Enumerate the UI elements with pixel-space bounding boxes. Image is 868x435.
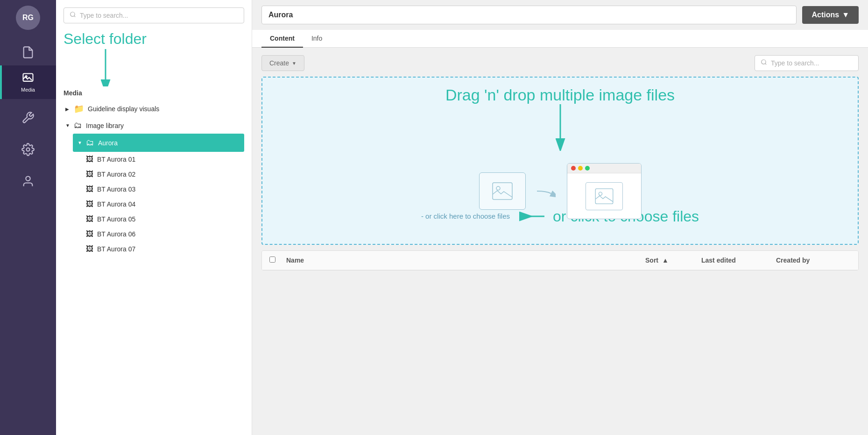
sort-asc-icon: ▲ — [662, 257, 669, 264]
svg-point-1 — [25, 76, 27, 78]
folder-icon: 📁 — [74, 104, 84, 114]
browser-toolbar — [567, 164, 641, 173]
tabs: Content Info — [252, 30, 868, 48]
dot-red — [571, 166, 576, 171]
tree-item-guideline-label: Guideline display visuals — [88, 105, 242, 113]
tree-item-bt-aurora-04-label: BT Aurora 04 — [97, 200, 135, 208]
image-icon-06: 🖼 — [86, 230, 93, 238]
actions-button[interactable]: Actions ▼ — [802, 6, 859, 24]
left-search-box[interactable] — [64, 7, 244, 23]
tree-item-bt-aurora-01-label: BT Aurora 01 — [97, 156, 135, 163]
folder-aurora-icon: 🗂 — [86, 138, 94, 148]
svg-point-7 — [762, 60, 766, 64]
table-header-last-edited: Last edited — [701, 257, 776, 264]
select-folder-label: Select folder — [64, 31, 244, 47]
sidebar-item-document[interactable] — [0, 39, 56, 65]
tree-item-bt-aurora-05[interactable]: 🖼 BT Aurora 05 — [64, 212, 244, 227]
tree-item-aurora-label: Aurora — [98, 139, 241, 147]
sidebar: RG Media — [0, 0, 56, 435]
select-folder-arrow — [92, 49, 120, 86]
svg-point-3 — [26, 177, 30, 181]
tree-item-bt-aurora-01[interactable]: 🖼 BT Aurora 01 — [64, 152, 244, 167]
tree-item-image-library[interactable]: ▼ 🗂 Image library — [64, 117, 244, 134]
tab-info[interactable]: Info — [303, 30, 331, 48]
svg-rect-10 — [493, 183, 512, 200]
image-icon-01: 🖼 — [86, 155, 93, 164]
browser-image-placeholder — [586, 182, 623, 210]
content-search-box[interactable] — [755, 55, 859, 71]
folder-open-icon: 🗂 — [74, 121, 82, 130]
create-chevron-icon: ▼ — [292, 61, 296, 66]
browser-body — [567, 173, 641, 219]
tree-item-bt-aurora-05-label: BT Aurora 05 — [97, 215, 135, 223]
image-icon-05: 🖼 — [86, 215, 93, 223]
chevron-down-icon-aurora: ▼ — [78, 140, 82, 145]
tree-item-bt-aurora-03[interactable]: 🖼 BT Aurora 03 — [64, 182, 244, 197]
actions-chevron-icon: ▼ — [842, 11, 849, 19]
tree-item-guideline[interactable]: ▶ 📁 Guideline display visuals — [64, 100, 244, 117]
tree-item-bt-aurora-03-label: BT Aurora 03 — [97, 185, 135, 193]
sidebar-item-tools[interactable] — [0, 105, 56, 131]
main-content: Actions ▼ Content Info Create ▼ — [252, 0, 868, 435]
chevron-down-icon: ▼ — [65, 123, 70, 128]
tree-item-bt-aurora-07[interactable]: 🖼 BT Aurora 07 — [64, 242, 244, 257]
tab-content[interactable]: Content — [261, 30, 303, 48]
actions-label: Actions — [812, 11, 839, 19]
table-header: Name Sort ▲ Last edited Created by — [262, 251, 858, 270]
table-header-sort[interactable]: Sort ▲ — [645, 257, 701, 264]
image-placeholder-left — [479, 172, 526, 210]
dot-green — [585, 166, 590, 171]
tree-item-bt-aurora-02-label: BT Aurora 02 — [97, 171, 135, 178]
browser-mockup — [567, 163, 642, 219]
content-search-input[interactable] — [771, 59, 853, 67]
svg-point-11 — [496, 186, 500, 190]
table-checkbox-header[interactable] — [269, 257, 286, 264]
image-icon-03: 🖼 — [86, 185, 93, 193]
tree-item-bt-aurora-07-label: BT Aurora 07 — [97, 245, 135, 253]
dot-yellow — [578, 166, 583, 171]
content-toolbar: Create ▼ — [261, 55, 859, 71]
media-label: Media — [64, 89, 244, 97]
svg-point-14 — [599, 192, 602, 195]
svg-point-4 — [71, 12, 75, 16]
tree-item-image-library-label: Image library — [86, 122, 242, 129]
top-bar: Actions ▼ — [252, 0, 868, 30]
table-header-name: Name — [286, 257, 645, 264]
sidebar-item-settings[interactable] — [0, 136, 56, 163]
file-tree: ▶ 📁 Guideline display visuals ▼ 🗂 Image … — [64, 100, 244, 428]
image-icon-02: 🖼 — [86, 170, 93, 178]
tree-item-aurora[interactable]: ▼ 🗂 Aurora — [73, 134, 244, 152]
content-area: Create ▼ Drag 'n' drop multiple image fi… — [252, 48, 868, 435]
tree-item-bt-aurora-06[interactable]: 🖼 BT Aurora 06 — [64, 227, 244, 242]
drag-drop-label: Drag 'n' drop multiple image files — [445, 86, 675, 104]
arrow-right-icon — [537, 184, 556, 198]
drag-arrow-down-icon — [553, 104, 567, 151]
avatar: RG — [16, 6, 40, 30]
create-button[interactable]: Create ▼ — [261, 55, 304, 71]
folder-name-input[interactable] — [261, 6, 797, 24]
image-icon-04: 🖼 — [86, 200, 93, 208]
image-icon-07: 🖼 — [86, 245, 93, 253]
chevron-right-icon: ▶ — [65, 107, 70, 112]
left-search-input[interactable] — [80, 12, 238, 19]
content-search-icon — [761, 59, 767, 67]
sidebar-item-media-label: Media — [21, 87, 35, 93]
sidebar-item-media[interactable]: Media — [0, 65, 56, 99]
select-all-checkbox[interactable] — [269, 257, 275, 263]
sidebar-item-user[interactable] — [0, 168, 56, 194]
svg-point-2 — [27, 148, 30, 151]
tree-item-bt-aurora-06-label: BT Aurora 06 — [97, 230, 135, 238]
table-area: Name Sort ▲ Last edited Created by — [261, 250, 859, 271]
svg-rect-13 — [595, 188, 613, 203]
tree-item-bt-aurora-04[interactable]: 🖼 BT Aurora 04 — [64, 197, 244, 212]
image-placeholder-icon — [492, 182, 513, 200]
create-label: Create — [269, 59, 289, 67]
search-icon — [70, 11, 76, 20]
table-header-created-by: Created by — [776, 257, 851, 264]
tree-item-bt-aurora-02[interactable]: 🖼 BT Aurora 02 — [64, 167, 244, 182]
left-panel: Select folder Media ▶ 📁 Guideline displa… — [56, 0, 252, 435]
drop-zone[interactable]: Drag 'n' drop multiple image files — [261, 77, 859, 245]
